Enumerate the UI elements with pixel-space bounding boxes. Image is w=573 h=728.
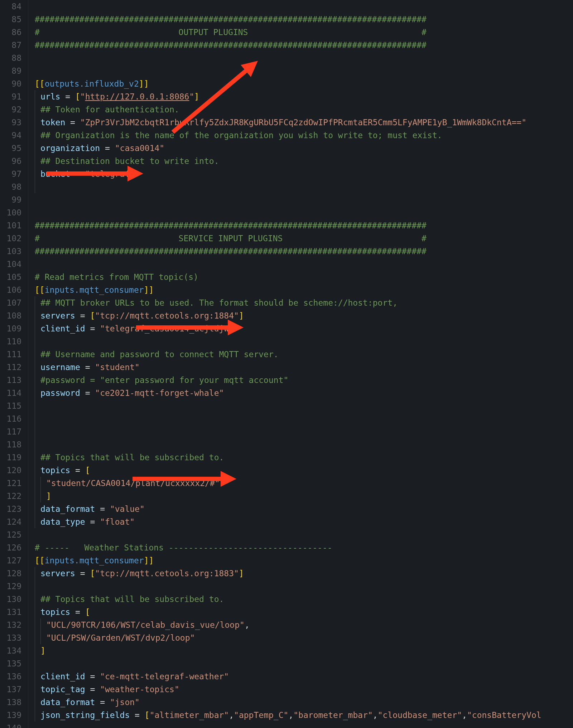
line-number: 130 (0, 593, 21, 606)
key-token: topics (40, 464, 70, 477)
string-token: "float" (100, 515, 135, 528)
code-line: ########################################… (35, 13, 573, 26)
string-token: "tcp://mqtt.cetools.org:1884" (95, 309, 239, 322)
comment-token: #password = "enter password for your mqt… (40, 374, 288, 387)
string-token: "casa0014" (115, 142, 164, 155)
string-token: "student/CASA0014/plant/ucxxxxx2/#" (46, 477, 220, 490)
code-line (35, 438, 573, 451)
comment-token: # OUTPUT PLUGINS # (35, 26, 427, 39)
code-line: username = "student" (35, 361, 573, 374)
punct-token: , (229, 709, 234, 722)
string-token: "tcp://mqtt.cetools.org:1883" (95, 567, 239, 580)
code-line (35, 335, 573, 348)
key-token: organization (40, 142, 100, 155)
code-line (35, 180, 573, 193)
line-number: 110 (0, 335, 21, 348)
punct-token: = (85, 670, 100, 683)
line-number: 90 (0, 77, 21, 90)
code-line (35, 0, 573, 13)
key-token: username (40, 361, 80, 374)
line-number: 109 (0, 322, 21, 335)
line-number: 138 (0, 696, 21, 709)
code-line: ########################################… (35, 245, 573, 258)
punct-token: , (373, 709, 378, 722)
line-number: 122 (0, 490, 21, 503)
string-token: "telegraf" (85, 168, 135, 180)
comment-token: # SERVICE INPUT PLUGINS # (35, 232, 427, 245)
brkt-token: [ (145, 709, 150, 722)
brkt-token: [ (85, 464, 90, 477)
line-number: 106 (0, 283, 21, 296)
string-token: "ce-mqtt-telegraf-weather" (100, 670, 229, 683)
code-line (35, 399, 573, 412)
code-line (35, 64, 573, 77)
code-line: ] (35, 490, 573, 503)
line-number: 135 (0, 657, 21, 670)
key-token: json_string_fields (40, 709, 130, 722)
punct-token: = (65, 116, 80, 129)
string-token: "cloudbase_meter" (378, 709, 462, 722)
key-token: topic_tag (40, 683, 85, 696)
line-number: 89 (0, 64, 21, 77)
punct-token: = (95, 503, 110, 515)
line-number: 86 (0, 26, 21, 39)
line-number: 100 (0, 206, 21, 219)
code-line: topics = [ (35, 464, 573, 477)
string-token: "ce2021-mqtt-forget-whale" (95, 387, 224, 399)
code-line (35, 193, 573, 206)
key-token: token (40, 116, 65, 129)
punct-token: = (70, 464, 85, 477)
key-token: bucket (40, 168, 70, 180)
comment-token: ## MQTT broker URLs to be used. The form… (40, 296, 398, 309)
punct-token: = (70, 168, 85, 180)
string-token: "appTemp_C" (234, 709, 288, 722)
line-number: 99 (0, 193, 21, 206)
string-token: " (189, 90, 194, 103)
punct-token: = (70, 606, 85, 618)
code-line: data_format = "value" (35, 503, 573, 515)
comment-token: ########################################… (35, 245, 427, 258)
code-area[interactable]: ########################################… (28, 0, 573, 728)
line-number: 139 (0, 709, 21, 722)
line-number: 134 (0, 644, 21, 657)
string-token: "UCL/PSW/Garden/WST/dvp2/loop" (46, 631, 195, 644)
punct-token: , (288, 709, 293, 722)
section-token: inputs.mqtt_consumer (45, 554, 144, 567)
brkt-token: [[ (35, 554, 45, 567)
punct-token: = (85, 515, 100, 528)
code-line (35, 412, 573, 425)
comment-token: ########################################… (35, 13, 427, 26)
line-number: 94 (0, 129, 21, 142)
key-token: data_format (40, 696, 95, 709)
brkt-token: ]] (139, 77, 149, 90)
line-number: 125 (0, 528, 21, 541)
line-number: 129 (0, 580, 21, 593)
line-number: 108 (0, 309, 21, 322)
line-number: 93 (0, 116, 21, 129)
code-line (35, 580, 573, 593)
string-token: "weather-topics" (100, 683, 179, 696)
brkt-token: ] (40, 644, 45, 657)
section-token: outputs.influxdb_v2 (45, 77, 139, 90)
line-number: 112 (0, 361, 21, 374)
section-token: inputs.mqtt_consumer (45, 283, 144, 296)
line-number: 126 (0, 541, 21, 554)
punct-token: , (462, 709, 467, 722)
line-number: 113 (0, 374, 21, 387)
key-token: urls (40, 90, 60, 103)
code-line: ## Organization is the name of the organ… (35, 129, 573, 142)
line-number: 111 (0, 348, 21, 361)
code-line: ########################################… (35, 39, 573, 52)
line-number: 137 (0, 683, 21, 696)
code-line (35, 657, 573, 670)
code-line (35, 528, 573, 541)
brkt-token: ] (46, 490, 51, 503)
comment-token: # ----- Weather Stations ---------------… (35, 541, 332, 554)
code-line: organization = "casa0014" (35, 142, 573, 155)
code-line: [[outputs.influxdb_v2]] (35, 77, 573, 90)
code-line: [[inputs.mqtt_consumer]] (35, 554, 573, 567)
line-number-gutter: 8485868788899091929394959697989910010110… (0, 0, 28, 728)
code-editor[interactable]: 8485868788899091929394959697989910010110… (0, 0, 573, 728)
brkt-token: [[ (35, 77, 45, 90)
punct-token: = (75, 309, 90, 322)
